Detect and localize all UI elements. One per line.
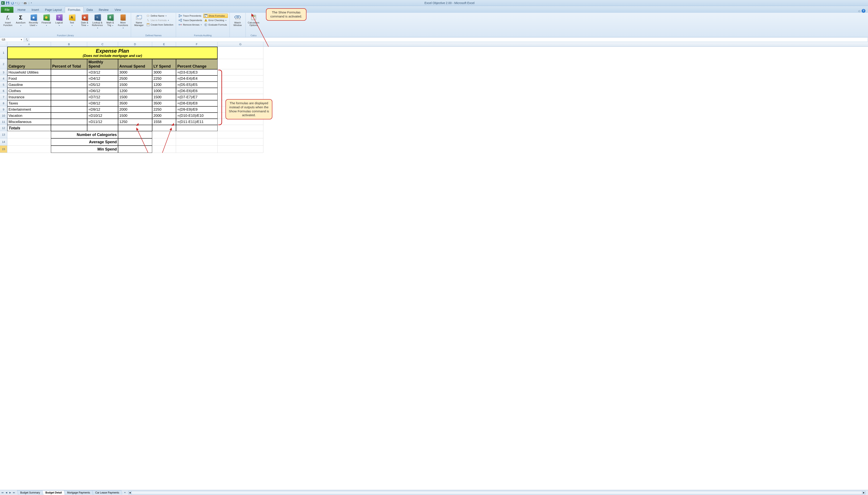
cell-percent-change-formula[interactable]: =(D11-E11)/E11 [176, 119, 218, 125]
trace-dependents-button[interactable]: Trace Dependents [178, 18, 203, 22]
formula-input[interactable] [30, 38, 867, 41]
name-box[interactable]: I15▼ [0, 38, 24, 41]
num-categories-label[interactable]: Number of Categories [51, 131, 118, 138]
undo-icon[interactable] [10, 1, 15, 5]
evaluate-formula-button[interactable]: fxEvaluate Formula [203, 22, 228, 27]
cell-monthly-formula[interactable]: =D7/12 [87, 94, 118, 100]
row-header-3[interactable]: 3 [0, 69, 7, 75]
cell-category[interactable]: Miscellaneous [7, 119, 51, 125]
cell-category[interactable]: Taxes [7, 100, 51, 106]
tab-insert[interactable]: Insert [29, 7, 42, 13]
cell[interactable] [218, 47, 263, 59]
cell-percent-change-formula[interactable]: =(D10-E10)/E10 [176, 113, 218, 119]
cell[interactable] [7, 146, 51, 153]
insert-function-button[interactable]: fx Insert Function [2, 14, 14, 27]
cell[interactable] [218, 75, 263, 82]
row-header-7[interactable]: 7 [0, 94, 7, 100]
cell-monthly-formula[interactable]: =D11/12 [87, 119, 118, 125]
cell[interactable] [218, 119, 263, 125]
text-button[interactable]: A Text▾ [66, 14, 78, 27]
col-header-G[interactable]: G [218, 42, 263, 47]
save-icon[interactable] [5, 1, 10, 5]
print-icon[interactable] [23, 1, 27, 5]
header-category[interactable]: Category [7, 59, 51, 69]
col-header-A[interactable]: A [7, 42, 51, 47]
row-header-1[interactable]: 1 [0, 47, 7, 59]
cell-percent-change-formula[interactable]: =(D4-E4)/E4 [176, 75, 218, 82]
cell[interactable] [218, 131, 263, 138]
cell-category[interactable]: Vacation [7, 113, 51, 119]
select-all-corner[interactable] [0, 42, 7, 47]
cell-percent-change-formula[interactable]: =(D8-E8)/E8 [176, 100, 218, 106]
col-header-C[interactable]: C [87, 42, 118, 47]
cell[interactable] [218, 88, 263, 94]
cell-ly-spend[interactable]: 2250 [152, 106, 176, 113]
cell[interactable] [51, 82, 87, 88]
tab-file[interactable]: File [1, 7, 14, 13]
cell-percent-change-formula[interactable]: =(D6-E6)/E6 [176, 88, 218, 94]
header-ly-spend[interactable]: LY Spend [152, 59, 176, 69]
tab-review[interactable]: Review [96, 7, 112, 13]
cell[interactable] [176, 146, 218, 153]
cell-annual-spend[interactable]: 3000 [118, 69, 152, 75]
show-formulas-button[interactable]: fxShow Formulas [203, 14, 228, 18]
help-icon[interactable]: ? [862, 9, 865, 13]
more-functions-button[interactable]: More Functions ▾ [117, 14, 129, 30]
cell[interactable] [218, 69, 263, 75]
cell-annual-spend[interactable]: 2500 [118, 75, 152, 82]
cell-monthly-formula[interactable]: =D5/12 [87, 82, 118, 88]
use-in-formula-button[interactable]: fxUse in Formula ▾ [145, 18, 174, 22]
cell-ly-spend[interactable]: 1500 [152, 94, 176, 100]
cell[interactable] [7, 138, 51, 146]
cell[interactable] [218, 138, 263, 146]
cell[interactable] [218, 125, 263, 131]
row-header-9[interactable]: 9 [0, 106, 7, 113]
cell-percent-change-formula[interactable]: =(D5-E5)/E5 [176, 82, 218, 88]
cell-monthly-formula[interactable]: =D6/12 [87, 88, 118, 94]
cell[interactable] [118, 131, 152, 138]
row-header-13[interactable]: 13 [0, 131, 7, 138]
cell[interactable] [87, 125, 118, 131]
totals-label[interactable]: Totals [7, 125, 51, 131]
remove-arrows-button[interactable]: Remove Arrows ▾ [178, 22, 203, 27]
minimize-ribbon-icon[interactable]: ◇ [858, 10, 860, 13]
cell[interactable] [118, 138, 152, 146]
row-header-15[interactable]: 15 [0, 146, 7, 153]
cell-category[interactable]: Gasoline [7, 82, 51, 88]
cell[interactable] [176, 131, 218, 138]
cell[interactable] [51, 106, 87, 113]
header-percent-change[interactable]: Percent Change [176, 59, 218, 69]
header-monthly-spend[interactable]: Monthly Spend [87, 59, 118, 69]
cell-category[interactable]: Clothes [7, 88, 51, 94]
tab-view[interactable]: View [111, 7, 124, 13]
autosum-button[interactable]: Σ AutoSum▾ [15, 14, 27, 27]
cell-percent-change-formula[interactable]: =(D9-E9)/E9 [176, 106, 218, 113]
tab-data[interactable]: Data [84, 7, 96, 13]
cell-annual-spend[interactable]: 3500 [118, 100, 152, 106]
name-box-dropdown-icon[interactable]: ▼ [20, 38, 22, 41]
trace-precedents-button[interactable]: Trace Precedents [178, 14, 203, 18]
cell[interactable] [51, 69, 87, 75]
cell[interactable] [152, 138, 176, 146]
cell[interactable] [176, 125, 218, 131]
header-annual-spend[interactable]: Annual Spend [118, 59, 152, 69]
cell[interactable] [118, 146, 152, 153]
cell-percent-change-formula[interactable]: =(D7-E7)/E7 [176, 94, 218, 100]
row-header-10[interactable]: 10 [0, 113, 7, 119]
create-from-selection-button[interactable]: Create from Selection [145, 22, 174, 27]
cell-monthly-formula[interactable]: =D8/12 [87, 100, 118, 106]
cell[interactable] [51, 94, 87, 100]
cell-category[interactable]: Insurance [7, 94, 51, 100]
cell-category[interactable]: Food [7, 75, 51, 82]
tab-formulas[interactable]: Formulas [65, 6, 84, 13]
calculation-options-button[interactable]: Calculation Options [247, 14, 260, 27]
cell[interactable] [152, 125, 176, 131]
fx-label-icon[interactable]: fx [24, 38, 30, 41]
cell[interactable] [51, 88, 87, 94]
cell[interactable] [51, 100, 87, 106]
row-header-4[interactable]: 4 [0, 75, 7, 82]
redo-dropdown-icon[interactable]: ▾ [22, 2, 22, 4]
undo-dropdown-icon[interactable]: ▾ [15, 2, 16, 4]
tab-home[interactable]: Home [15, 7, 29, 13]
col-header-D[interactable]: D [118, 42, 152, 47]
